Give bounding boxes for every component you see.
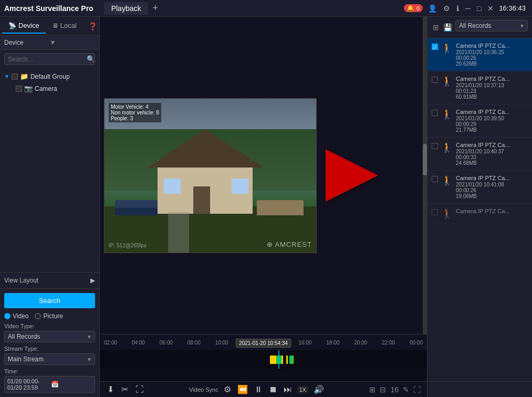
record-checkbox-5[interactable] <box>432 209 438 215</box>
expand-icon[interactable]: ⛶ <box>134 384 145 395</box>
timeline-mark-1: 04:00 <box>132 340 145 346</box>
picture-radio[interactable]: Picture <box>35 312 62 320</box>
close-button[interactable]: ✕ <box>486 3 495 14</box>
record-item-5[interactable]: 🚶 Camera IP PTZ Ca... <box>427 204 532 224</box>
playback-tab[interactable]: Playback <box>104 2 149 15</box>
tree-group-default[interactable]: ▼ 📁 Default Group <box>0 70 99 82</box>
record-name-1: Camera IP PTZ Ca... <box>456 76 528 82</box>
stream-type-select[interactable]: Main Stream <box>4 353 95 365</box>
record-duration-4: 00:00:26 <box>456 187 528 193</box>
video-area: Motor Vehicle: 4 Non motor vehicle: 8 Pe… <box>100 17 427 334</box>
record-item-1[interactable]: 🚶 Camera IP PTZ Ca... 2021/01/20 10:37:1… <box>427 71 532 105</box>
timeline-mark-4: 10:00 <box>215 340 228 346</box>
time-range-input[interactable]: 01/20 00:00-01/20 23:59 📅 <box>4 376 95 393</box>
records-type-wrapper: All Records ▼ <box>455 20 528 32</box>
device-selector[interactable]: Device ▼ <box>0 36 99 50</box>
record-info-2: Camera IP PTZ Ca... 2021/01/20 10:39:50 … <box>456 109 528 133</box>
record-size-4: 19.06MB <box>456 193 528 199</box>
view-layout-title[interactable]: View Layout ▶ <box>4 277 95 284</box>
panel-grid-icon[interactable]: ⊞ <box>432 22 440 33</box>
red-arrow-shape <box>326 149 378 202</box>
timeline-mark-9: 20:00 <box>354 340 367 346</box>
timeline-bar[interactable] <box>100 350 427 369</box>
sliders-icon[interactable]: ⚙ <box>223 383 232 395</box>
record-item-3[interactable]: 🚶 Camera IP PTZ Ca... 2021/01/20 10:40:3… <box>427 138 532 171</box>
camera-checkbox[interactable] <box>16 86 22 92</box>
video-type-select-wrapper: All Records ▼ <box>4 331 95 342</box>
info-icon[interactable]: ℹ <box>455 3 460 14</box>
record-duration-2: 00:00:29 <box>456 121 528 127</box>
group-checkbox[interactable] <box>12 74 18 80</box>
user-icon[interactable]: 👤 <box>427 3 438 14</box>
count-icon[interactable]: 16 <box>390 385 399 394</box>
grid1-icon[interactable]: ⊞ <box>369 385 375 394</box>
help-icon[interactable]: ❓ <box>88 22 97 30</box>
search-input[interactable] <box>8 56 87 63</box>
alert-badge[interactable]: 🔔 0 <box>404 4 423 12</box>
tab-strip: 📡 Device 🖥 Local ❓ <box>0 17 99 36</box>
grid2-icon[interactable]: ⊟ <box>380 385 386 394</box>
title-bar-right: 🔔 0 👤 ⚙ ℹ ─ □ ✕ 16:36:43 <box>404 3 528 14</box>
timeline-mark-8: 18:00 <box>326 340 339 346</box>
record-item-2[interactable]: 🚶 Camera IP PTZ Ca... 2021/01/20 10:39:5… <box>427 105 532 138</box>
timeline-ruler[interactable]: 02:00 04:00 06:00 08:00 10:00 12:00 14:0… <box>100 335 427 350</box>
download-icon[interactable]: ⬇ <box>106 383 115 395</box>
panel-save-icon[interactable]: 💾 <box>442 22 453 33</box>
media-type-radio: Video Picture <box>4 312 95 320</box>
record-checkbox-3[interactable] <box>432 143 438 149</box>
ctrl-right: ⊞ ⊟ 16 ✎ ⛶ <box>369 385 421 394</box>
timeline-mark-3: 08:00 <box>187 340 201 346</box>
scroll-handle[interactable] <box>423 17 427 334</box>
records-type-select[interactable]: All Records <box>455 20 528 32</box>
records-list: ✓ 🚶 Camera IP PTZ Ca... 2021/01/20 10:36… <box>427 38 532 381</box>
motion-icon-0: 🚶 <box>441 43 453 54</box>
scissors-icon[interactable]: ✂ <box>120 383 129 395</box>
tree-camera-item[interactable]: 📷 Camera <box>0 82 99 95</box>
scroll-thumb[interactable] <box>423 144 427 175</box>
stop-button[interactable]: ⏹ <box>268 384 278 395</box>
pause-button[interactable]: ⏸ <box>253 384 264 395</box>
rewind-button[interactable]: ⏪ <box>236 383 249 395</box>
record-item-4[interactable]: 🚶 Camera IP PTZ Ca... 2021/01/20 10:41:0… <box>427 171 532 204</box>
maximize-button[interactable]: □ <box>476 3 482 14</box>
settings-icon[interactable]: ⚙ <box>442 3 451 14</box>
search-button[interactable]: Search <box>4 293 95 308</box>
device-arrow-icon: ▼ <box>50 39 96 46</box>
video-radio[interactable]: Video <box>4 312 28 320</box>
calendar-icon[interactable]: 📅 <box>51 381 92 388</box>
record-checkbox-1[interactable] <box>432 77 438 83</box>
record-date-3: 2021/01/20 10:40:37 <box>456 149 528 154</box>
right-panel: ⊞ 💾 All Records ▼ ✓ 🚶 Camera IP PTZ Ca..… <box>427 17 532 397</box>
record-checkbox-2[interactable] <box>432 110 438 116</box>
record-item-0[interactable]: ✓ 🚶 Camera IP PTZ Ca... 2021/01/20 10:36… <box>427 38 532 71</box>
camera-icon: 📷 <box>24 85 33 92</box>
local-icon: 🖥 <box>52 22 58 29</box>
record-date-2: 2021/01/20 10:39:50 <box>456 116 528 121</box>
record-size-2: 21.77MB <box>456 127 528 133</box>
edit-icon[interactable]: ✎ <box>403 385 409 394</box>
tab-local[interactable]: 🖥 Local <box>46 18 83 34</box>
record-checkbox-0[interactable]: ✓ <box>432 44 438 50</box>
record-date-0: 2021/01/20 10:36:25 <box>456 49 528 55</box>
timeline-area: 02:00 04:00 06:00 08:00 10:00 12:00 14:0… <box>100 334 427 381</box>
volume-icon[interactable]: 🔊 <box>312 383 325 395</box>
timeline-mark-0: 02:00 <box>104 340 117 346</box>
content-area: Motor Vehicle: 4 Non motor vehicle: 8 Pe… <box>100 17 427 397</box>
add-tab-button[interactable]: + <box>152 3 158 14</box>
fullscreen-icon[interactable]: ⛶ <box>413 385 421 394</box>
tab-device[interactable]: 📡 Device <box>2 18 46 34</box>
right-panel-header: ⊞ 💾 All Records ▼ <box>427 17 532 38</box>
ctrl-left: ⬇ ✂ ⛶ <box>106 383 145 395</box>
video-container[interactable]: Motor Vehicle: 4 Non motor vehicle: 8 Pe… <box>104 98 317 253</box>
record-info-4: Camera IP PTZ Ca... 2021/01/20 10:41:08 … <box>456 175 528 199</box>
video-type-select[interactable]: All Records <box>4 331 95 342</box>
play-next-button[interactable]: ⏭ <box>283 384 293 395</box>
record-date-4: 2021/01/20 10:41:08 <box>456 182 528 187</box>
minimize-button[interactable]: ─ <box>464 3 472 14</box>
search-icon[interactable]: 🔍 <box>87 55 95 63</box>
camera-label: Camera <box>35 85 57 92</box>
record-checkbox-4[interactable] <box>432 176 438 182</box>
speed-indicator[interactable]: 1X <box>297 386 308 393</box>
ctrl-center: Video Sync ⚙ ⏪ ⏸ ⏹ ⏭ 1X 🔊 <box>189 383 325 395</box>
video-overlay: Motor Vehicle: 4 Non motor vehicle: 8 Pe… <box>109 103 161 122</box>
